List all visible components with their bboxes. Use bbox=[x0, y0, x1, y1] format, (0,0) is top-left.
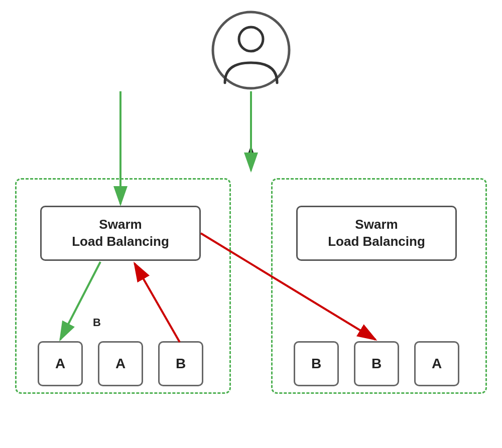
left-slb-box: SwarmLoad Balancing bbox=[40, 206, 201, 261]
left-container-3: B bbox=[158, 341, 203, 386]
left-container-1: A bbox=[38, 341, 83, 386]
left-slb-text: SwarmLoad Balancing bbox=[72, 216, 169, 250]
user-icon bbox=[211, 10, 291, 90]
left-container-2: A bbox=[98, 341, 143, 386]
right-container-1: B bbox=[294, 341, 339, 386]
label-b: B bbox=[93, 316, 101, 329]
label-a-arrow: A bbox=[247, 145, 255, 159]
right-container-3: A bbox=[414, 341, 459, 386]
diagram-container: A SwarmLoad Balancing SwarmLoad Balancin… bbox=[0, 0, 502, 448]
right-slb-text: SwarmLoad Balancing bbox=[328, 216, 425, 250]
right-container-2: B bbox=[354, 341, 399, 386]
right-slb-box: SwarmLoad Balancing bbox=[296, 206, 457, 261]
